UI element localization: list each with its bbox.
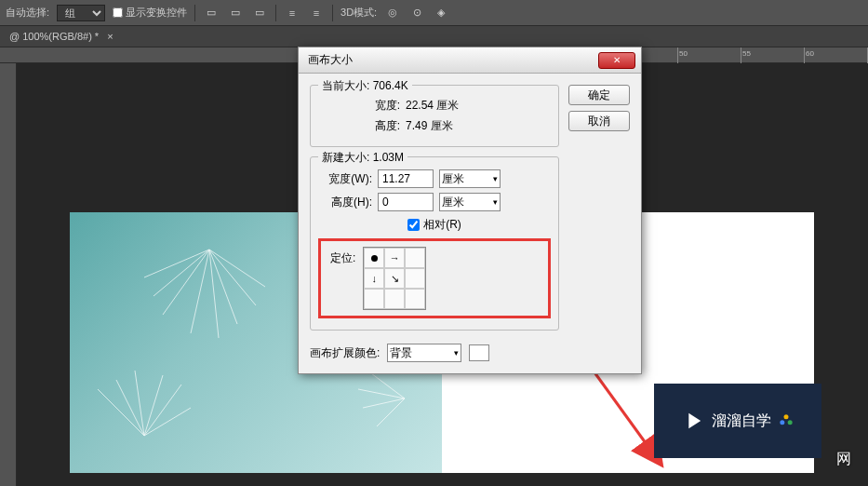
3d-icon-3[interactable]: ◈ <box>433 5 449 21</box>
current-height-value: 7.49 厘米 <box>406 118 453 134</box>
extension-color-select[interactable]: 背景 <box>387 344 461 362</box>
current-height-label: 高度: <box>348 118 400 134</box>
align-icon-2[interactable]: ▭ <box>227 5 244 21</box>
svg-point-19 <box>784 414 789 419</box>
height-label: 高度(H): <box>320 195 372 210</box>
anchor-label: 定位: <box>330 250 355 266</box>
width-input[interactable] <box>378 169 434 188</box>
svg-line-4 <box>209 250 265 287</box>
svg-line-9 <box>98 389 144 436</box>
svg-point-20 <box>780 420 784 425</box>
mode-3d-label: 3D模式: <box>341 6 377 20</box>
anchor-mid-right[interactable] <box>405 268 425 289</box>
dialog-title-text: 画布大小 <box>308 52 353 68</box>
align-icon-3[interactable]: ▭ <box>251 5 268 21</box>
document-tab-bar: @ 100%(RGB/8#) * × <box>0 26 868 47</box>
relative-checkbox[interactable] <box>407 219 420 231</box>
anchor-top-mid[interactable] <box>384 248 405 268</box>
current-width-value: 22.54 厘米 <box>406 98 459 114</box>
anchor-bot-mid[interactable] <box>384 289 405 309</box>
svg-line-14 <box>367 371 405 398</box>
svg-line-3 <box>209 250 256 305</box>
svg-line-16 <box>363 398 405 408</box>
distribute-icon-2[interactable]: ≡ <box>308 5 325 21</box>
anchor-highlight: 定位: <box>318 238 551 318</box>
3d-icon-1[interactable]: ◎ <box>384 5 401 21</box>
vertical-ruler <box>0 63 17 486</box>
height-unit-select[interactable]: 厘米 <box>439 193 501 211</box>
3d-icon-2[interactable]: ⊙ <box>408 5 425 21</box>
distribute-icon-1[interactable]: ≡ <box>284 5 300 21</box>
cancel-button[interactable]: 取消 <box>568 111 630 131</box>
extension-color-swatch[interactable] <box>469 344 489 361</box>
width-unit-select[interactable]: 厘米 <box>439 169 501 188</box>
svg-line-15 <box>358 389 405 398</box>
anchor-grid[interactable] <box>363 247 426 310</box>
align-icon-1[interactable]: ▭ <box>203 5 220 21</box>
options-bar: 自动选择: 组 显示变换控件 ▭ ▭ ▭ ≡ ≡ 3D模式: ◎ ⊙ ◈ <box>0 0 868 26</box>
dialog-close-button[interactable]: ✕ <box>598 52 635 69</box>
new-size-group: 新建大小: 1.03M 宽度(W): 厘米 高度(H): 厘米 相对(R) <box>310 156 559 331</box>
extension-color-label: 画布扩展颜色: <box>310 345 380 361</box>
show-transform-checkbox[interactable]: 显示变换控件 <box>113 6 187 20</box>
width-label: 宽度(W): <box>320 171 372 187</box>
close-tab-icon[interactable]: × <box>107 31 113 42</box>
anchor-bot-left[interactable] <box>364 289 384 309</box>
svg-point-21 <box>788 420 793 425</box>
height-input[interactable] <box>378 193 434 211</box>
ok-button[interactable]: 确定 <box>568 85 630 105</box>
relative-label: 相对(R) <box>423 217 461 233</box>
anchor-bot-right[interactable] <box>405 289 425 309</box>
watermark-origin: 网 <box>836 450 851 469</box>
svg-line-12 <box>144 385 181 436</box>
document-tab[interactable]: @ 100%(RGB/8#) * × <box>4 29 119 44</box>
current-size-group: 当前大小: 706.4K 宽度: 22.54 厘米 高度: 7.49 厘米 <box>310 85 559 147</box>
anchor-mid-left[interactable] <box>364 268 384 289</box>
anchor-center[interactable] <box>384 268 405 289</box>
watermark-brand: 溜溜自学 <box>654 384 821 458</box>
svg-line-17 <box>377 398 405 426</box>
dialog-titlebar[interactable]: 画布大小 ✕ <box>299 47 641 74</box>
anchor-top-right[interactable] <box>405 248 425 268</box>
current-width-label: 宽度: <box>348 98 400 114</box>
auto-select-label: 自动选择: <box>6 6 49 20</box>
anchor-top-left[interactable] <box>364 248 384 268</box>
auto-select-dropdown[interactable]: 组 <box>57 5 105 21</box>
canvas-size-dialog: 画布大小 ✕ 当前大小: 706.4K 宽度: 22.54 厘米 高度: 7.4… <box>298 47 642 374</box>
